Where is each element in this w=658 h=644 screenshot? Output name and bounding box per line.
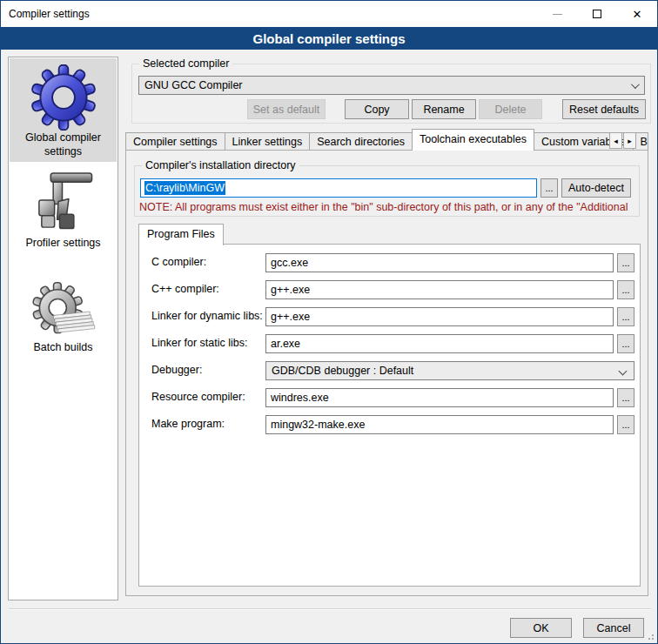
tab-scroll-left-button[interactable]: ◂ <box>609 132 622 149</box>
tab-toolchain-executables[interactable]: Toolchain executables <box>412 129 534 151</box>
title-bar: Compiler settings ✕ <box>1 1 657 27</box>
sidebar-item-label: Global compiler settings <box>10 131 117 158</box>
resource-compiler-label: Resource compiler: <box>151 391 245 403</box>
linker-dynamic-label: Linker for dynamic libs: <box>151 310 263 322</box>
sidebar-item-batch-builds[interactable]: Batch builds <box>10 277 117 360</box>
make-program-label: Make program: <box>151 418 225 430</box>
delete-button[interactable]: Delete <box>479 99 542 119</box>
c-compiler-browse-button[interactable]: ... <box>617 253 634 272</box>
reset-defaults-button[interactable]: Reset defaults <box>562 99 646 119</box>
maximize-icon <box>593 10 601 18</box>
rename-button[interactable]: Rename <box>412 99 476 119</box>
tab-compiler-settings[interactable]: Compiler settings <box>125 132 225 151</box>
debugger-dropdown[interactable]: GDB/CDB debugger : Default <box>265 361 634 380</box>
install-dir-input[interactable]: C:\raylib\MinGW <box>140 178 537 198</box>
chevron-down-icon <box>619 367 628 376</box>
bin-directory-note: NOTE: All programs must exist either in … <box>139 201 637 213</box>
linker-static-label: Linker for static libs: <box>151 337 247 349</box>
make-program-browse-button[interactable]: ... <box>617 415 634 434</box>
chevron-down-icon <box>631 80 640 89</box>
tab-scroll-right-button[interactable]: ▸ <box>623 132 636 149</box>
maximize-button[interactable] <box>577 1 617 27</box>
dialog-banner: Global compiler settings <box>1 27 657 50</box>
blue-gear-icon <box>10 58 117 131</box>
compiler-settings-dialog: Compiler settings ✕ Global compiler sett… <box>0 0 658 644</box>
debugger-value: GDB/CDB debugger : Default <box>272 365 413 377</box>
minimize-icon <box>553 14 562 15</box>
close-icon: ✕ <box>633 9 642 20</box>
selected-compiler-dropdown[interactable]: GNU GCC Compiler <box>138 76 645 95</box>
scroll-right-icon: ▸ <box>628 137 632 145</box>
debugger-label: Debugger: <box>151 364 202 376</box>
c-compiler-label: C compiler: <box>151 256 206 268</box>
settings-tabbar: Compiler settings Linker settings Search… <box>125 131 648 151</box>
cpp-compiler-browse-button[interactable]: ... <box>617 280 634 299</box>
minimize-button[interactable] <box>537 1 577 27</box>
sidebar-item-label: Batch builds <box>10 341 117 355</box>
subtab-program-files[interactable]: Program Files <box>138 224 224 245</box>
install-dir-browse-button[interactable]: ... <box>540 178 558 198</box>
linker-dynamic-browse-button[interactable]: ... <box>617 307 634 326</box>
linker-dynamic-input[interactable] <box>265 307 614 326</box>
ok-button[interactable]: OK <box>510 618 572 638</box>
resource-compiler-input[interactable] <box>265 388 614 407</box>
cancel-button[interactable]: Cancel <box>583 618 644 638</box>
make-program-input[interactable] <box>265 415 614 434</box>
selected-compiler-value: GNU GCC Compiler <box>144 79 243 91</box>
tab-linker-settings[interactable]: Linker settings <box>225 132 311 151</box>
caption-buttons: ✕ <box>537 1 657 27</box>
resize-grip[interactable] <box>645 631 654 640</box>
cpp-compiler-label: C++ compiler: <box>151 283 219 295</box>
set-as-default-button[interactable]: Set as default <box>247 99 326 119</box>
tab-search-directories[interactable]: Search directories <box>310 132 413 151</box>
linker-static-browse-button[interactable]: ... <box>617 334 634 353</box>
sidebar-item-global-compiler-settings[interactable]: Global compiler settings <box>10 58 117 162</box>
program-files-panel: C compiler: ... C++ compiler: ... Linker… <box>138 244 641 587</box>
selected-compiler-group-label: Selected compiler <box>139 57 232 70</box>
gray-gear-stack-icon <box>10 277 117 341</box>
footer-divider <box>9 608 651 610</box>
c-compiler-input[interactable] <box>265 253 614 272</box>
settings-sidebar: Global compiler settings <box>8 57 118 600</box>
caliper-icon <box>10 165 117 237</box>
sidebar-item-label: Profiler settings <box>10 237 117 251</box>
install-dir-selected-text: C:\raylib\MinGW <box>144 181 225 195</box>
resource-compiler-browse-button[interactable]: ... <box>617 388 634 407</box>
close-button[interactable]: ✕ <box>617 1 657 27</box>
sidebar-item-profiler-settings[interactable]: Profiler settings <box>10 165 117 252</box>
auto-detect-button[interactable]: Auto-detect <box>561 178 631 198</box>
linker-static-input[interactable] <box>265 334 614 353</box>
window-title: Compiler settings <box>9 8 90 20</box>
scroll-left-icon: ◂ <box>614 137 618 145</box>
install-dir-group-label: Compiler's installation directory <box>142 159 299 171</box>
copy-button[interactable]: Copy <box>345 99 409 119</box>
cpp-compiler-input[interactable] <box>265 280 614 299</box>
